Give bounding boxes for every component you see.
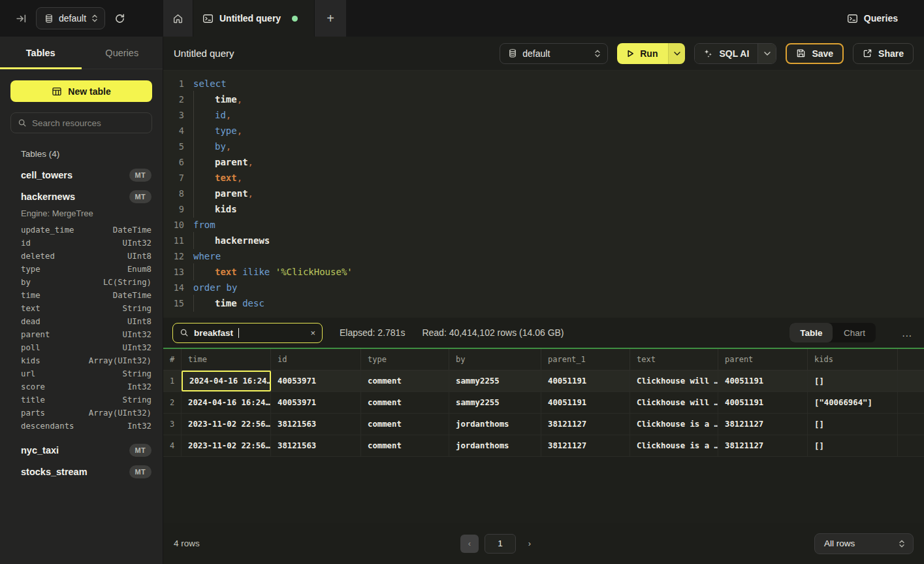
column-header-type[interactable]: type <box>361 349 449 370</box>
table-cell[interactable]: 38121127 <box>541 435 630 456</box>
table-cell[interactable]: 38121127 <box>541 414 630 435</box>
table-cell[interactable]: jordanthoms <box>449 414 541 435</box>
table-cell[interactable]: [] <box>808 371 898 391</box>
schema-column-poll[interactable]: pollUInt32 <box>0 341 163 354</box>
table-cell[interactable]: 40051191 <box>541 392 630 413</box>
code-line[interactable]: 13text ilike '%ClickHouse%' <box>163 264 924 280</box>
schema-column-score[interactable]: scoreInt32 <box>0 380 163 393</box>
column-header-id[interactable]: id <box>271 349 361 370</box>
code-line[interactable]: 15time desc <box>163 295 924 311</box>
table-cell[interactable]: comment <box>361 435 449 456</box>
prev-page-button[interactable]: ‹ <box>460 535 479 553</box>
code-line[interactable]: 5by, <box>163 139 924 154</box>
code-line[interactable]: 4type, <box>163 123 924 139</box>
code-line[interactable]: 3id, <box>163 107 924 123</box>
table-cell[interactable]: [] <box>808 435 898 456</box>
table-cell[interactable]: comment <box>361 371 449 391</box>
schema-column-by[interactable]: byLC(String) <box>0 276 163 289</box>
schema-column-type[interactable]: typeEnum8 <box>0 263 163 276</box>
sidebar-search[interactable] <box>10 112 152 133</box>
tab-home[interactable] <box>163 0 193 37</box>
table-cell[interactable]: 38121563 <box>271 414 361 435</box>
schema-column-kids[interactable]: kidsArray(UInt32) <box>0 354 163 367</box>
database-selector[interactable]: default <box>36 7 105 29</box>
table-cell[interactable]: 2024-04-16 16:24… <box>182 392 271 413</box>
sql-ai-button[interactable]: SQL AI <box>695 44 757 63</box>
next-page-button[interactable]: › <box>522 535 537 553</box>
run-options-button[interactable] <box>668 43 685 64</box>
page-size-selector[interactable]: All rows <box>814 533 914 554</box>
sql-ai-options-button[interactable] <box>757 44 776 63</box>
column-header-kids[interactable]: kids <box>808 349 898 370</box>
code-line[interactable]: 1select <box>163 76 924 91</box>
code-line[interactable]: 11hackernews <box>163 233 924 248</box>
table-cell[interactable]: [] <box>808 414 898 435</box>
schema-column-title[interactable]: titleString <box>0 393 163 406</box>
view-tab-table[interactable]: Table <box>789 323 833 342</box>
tab-untitled-query[interactable]: Untitled query <box>193 0 315 37</box>
collapse-sidebar-icon[interactable] <box>16 13 27 24</box>
code-line[interactable]: 2time, <box>163 91 924 107</box>
schema-column-time[interactable]: timeDateTime <box>0 289 163 302</box>
search-resources-input[interactable] <box>32 118 145 128</box>
table-cell[interactable]: 2024-04-16 16:24… <box>182 371 271 391</box>
column-header-parent_1[interactable]: parent_1 <box>541 349 630 370</box>
schema-column-parts[interactable]: partsArray(UInt32) <box>0 406 163 420</box>
schema-column-text[interactable]: textString <box>0 302 163 315</box>
page-number-input[interactable]: 1 <box>485 534 516 554</box>
sidebar-table-nyc_taxi[interactable]: nyc_taxi MT <box>0 439 163 461</box>
sidebar-tab-queries[interactable]: Queries <box>82 37 163 69</box>
sidebar-table-stocks_stream[interactable]: stocks_stream MT <box>0 461 163 482</box>
code-line[interactable]: 6parent, <box>163 154 924 170</box>
table-cell[interactable]: comment <box>361 414 449 435</box>
code-line[interactable]: 7text, <box>163 170 924 186</box>
new-table-button[interactable]: New table <box>10 80 152 102</box>
table-cell[interactable]: jordanthoms <box>449 435 541 456</box>
refresh-icon[interactable] <box>114 13 125 24</box>
code-line[interactable]: 14order by <box>163 280 924 295</box>
save-button[interactable]: Save <box>786 43 844 64</box>
table-cell[interactable]: Clickhouse is a … <box>630 435 718 456</box>
table-cell[interactable]: sammy2255 <box>449 392 541 413</box>
table-cell[interactable]: sammy2255 <box>449 371 541 391</box>
table-cell[interactable]: 38121127 <box>718 435 808 456</box>
clear-search-icon[interactable]: × <box>310 328 315 338</box>
share-button[interactable]: Share <box>853 43 914 64</box>
column-header-index[interactable]: # <box>163 349 182 370</box>
schema-column-parent[interactable]: parentUInt32 <box>0 328 163 341</box>
table-cell[interactable]: 40053971 <box>271 371 361 391</box>
sidebar-table-cell_towers[interactable]: cell_towers MT <box>0 164 163 186</box>
column-header-text[interactable]: text <box>630 349 718 370</box>
table-cell[interactable]: Clickhouse will … <box>630 371 718 391</box>
view-tab-chart[interactable]: Chart <box>833 323 876 342</box>
schema-column-url[interactable]: urlString <box>0 367 163 380</box>
table-cell[interactable]: 2023-11-02 22:56… <box>182 414 271 435</box>
new-tab-button[interactable]: + <box>315 0 346 37</box>
table-cell[interactable]: 40051191 <box>718 371 808 391</box>
schema-column-dead[interactable]: deadUInt8 <box>0 315 163 328</box>
column-header-by[interactable]: by <box>449 349 541 370</box>
schema-column-deleted[interactable]: deletedUInt8 <box>0 250 163 263</box>
table-cell[interactable]: ["40066964"] <box>808 392 898 413</box>
table-cell[interactable]: 40053971 <box>271 392 361 413</box>
table-cell[interactable]: Clickhouse will … <box>630 392 718 413</box>
sql-editor[interactable]: 1select2time,3id,4type,5by,6parent,7text… <box>163 71 924 318</box>
more-options-icon[interactable]: ... <box>902 327 912 339</box>
table-cell[interactable]: 38121563 <box>271 435 361 456</box>
table-cell[interactable]: 40051191 <box>718 392 808 413</box>
column-header-time[interactable]: time <box>182 349 271 370</box>
table-cell[interactable]: 38121127 <box>718 414 808 435</box>
queries-button[interactable]: Queries <box>847 0 924 37</box>
table-cell[interactable]: 40051191 <box>541 371 630 391</box>
table-cell[interactable]: 2023-11-02 22:56… <box>182 435 271 456</box>
code-line[interactable]: 9kids <box>163 201 924 217</box>
code-line[interactable]: 12where <box>163 248 924 264</box>
code-line[interactable]: 8parent, <box>163 186 924 201</box>
schema-column-id[interactable]: idUInt32 <box>0 237 163 250</box>
sidebar-table-hackernews[interactable]: hackernews MT <box>0 186 163 207</box>
table-cell[interactable]: Clickhouse is a … <box>630 414 718 435</box>
run-button[interactable]: Run <box>617 43 668 64</box>
schema-column-descendants[interactable]: descendantsInt32 <box>0 420 163 433</box>
schema-column-update_time[interactable]: update_timeDateTime <box>0 224 163 237</box>
column-header-parent[interactable]: parent <box>718 349 808 370</box>
